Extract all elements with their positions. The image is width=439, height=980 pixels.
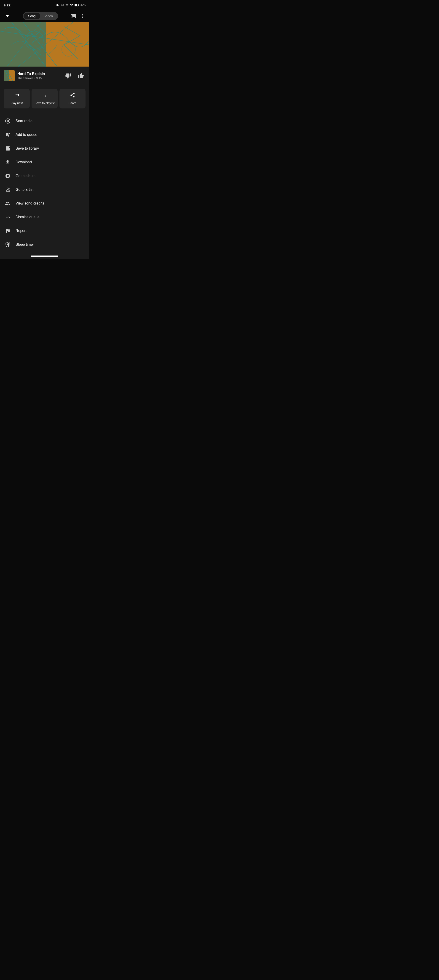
view-song-credits-label: View song credits xyxy=(16,201,44,205)
key-icon xyxy=(56,3,59,6)
svg-marker-16 xyxy=(18,94,19,96)
go-to-album-label: Go to album xyxy=(16,174,35,178)
download-icon xyxy=(5,159,11,165)
add-to-queue-item[interactable]: Add to queue xyxy=(0,128,89,142)
thumbs-down-button[interactable] xyxy=(63,71,73,80)
thumbs-up-button[interactable] xyxy=(76,71,86,80)
save-to-library-item[interactable]: Save to library xyxy=(0,142,89,155)
go-to-artist-item[interactable]: Go to artist xyxy=(0,183,89,197)
cast-button[interactable] xyxy=(70,13,76,19)
download-item[interactable]: Download xyxy=(0,155,89,169)
svg-point-18 xyxy=(7,121,8,122)
library-icon xyxy=(5,145,11,152)
artist-icon xyxy=(5,186,11,193)
queue-icon xyxy=(5,132,11,138)
battery-percent: 62% xyxy=(81,4,86,6)
song-text-info: Hard To Explain The Strokes • 3:45 xyxy=(17,72,45,80)
song-toggle-button[interactable]: Song xyxy=(24,13,40,19)
download-label: Download xyxy=(16,160,32,164)
svg-rect-13 xyxy=(4,70,9,81)
menu-list: Start radio Add to queue Save to library… xyxy=(0,112,89,253)
go-to-artist-label: Go to artist xyxy=(16,188,33,192)
song-title: Hard To Explain xyxy=(17,72,45,76)
svg-rect-1 xyxy=(75,4,77,6)
sleep-timer-item[interactable]: Sleep timer xyxy=(0,238,89,251)
song-info-row: Hard To Explain The Strokes • 3:45 xyxy=(0,67,89,85)
report-item[interactable]: Report xyxy=(0,224,89,238)
radio-icon xyxy=(5,118,11,124)
view-song-credits-item[interactable]: View song credits xyxy=(0,197,89,210)
add-to-queue-label: Add to queue xyxy=(16,133,37,137)
top-bar-actions xyxy=(70,13,86,19)
mute-icon xyxy=(61,3,64,6)
song-rating-actions xyxy=(63,71,86,80)
go-to-album-item[interactable]: Go to album xyxy=(0,169,89,183)
thumbnail-art xyxy=(4,70,14,81)
save-to-playlist-button[interactable]: Save to playlist xyxy=(32,89,58,108)
song-thumbnail xyxy=(4,70,14,81)
bottom-sheet: Hard To Explain The Strokes • 3:45 Play … xyxy=(0,67,89,253)
dismiss-queue-icon xyxy=(5,214,11,220)
home-indicator xyxy=(0,253,89,259)
status-icons: 62% xyxy=(56,3,86,6)
song-artist-duration: The Strokes • 3:45 xyxy=(17,76,45,80)
wifi-icon xyxy=(65,3,68,6)
svg-rect-4 xyxy=(0,22,46,67)
share-button[interactable]: Share xyxy=(59,89,86,108)
status-time: 9:22 xyxy=(4,3,11,7)
sleep-timer-label: Sleep timer xyxy=(16,242,34,247)
sleep-timer-icon xyxy=(5,241,11,248)
save-to-library-label: Save to library xyxy=(16,146,39,151)
chevron-down-icon xyxy=(5,15,9,17)
start-radio-item[interactable]: Start radio xyxy=(0,114,89,128)
video-toggle-button[interactable]: Video xyxy=(40,13,58,19)
album-icon xyxy=(5,173,11,179)
more-options-button[interactable] xyxy=(79,13,86,19)
svg-rect-2 xyxy=(78,5,79,6)
battery-icon xyxy=(74,3,79,6)
status-bar: 9:22 62% xyxy=(0,0,89,10)
song-video-toggle[interactable]: Song Video xyxy=(23,12,58,20)
report-label: Report xyxy=(16,229,27,233)
add-to-playlist-icon xyxy=(42,92,48,99)
play-next-icon xyxy=(14,92,19,99)
signal-icon xyxy=(70,3,73,6)
credits-icon xyxy=(5,200,11,207)
share-icon xyxy=(70,92,75,99)
play-next-button[interactable]: Play next xyxy=(4,89,30,108)
dismiss-queue-label: Dismiss queue xyxy=(16,215,40,219)
start-radio-label: Start radio xyxy=(16,119,32,123)
flag-icon xyxy=(5,228,11,234)
save-to-playlist-label: Save to playlist xyxy=(35,101,54,105)
album-art xyxy=(0,22,89,67)
home-bar xyxy=(31,256,58,257)
album-art-decoration xyxy=(0,22,89,67)
play-next-label: Play next xyxy=(11,101,23,105)
collapse-button[interactable] xyxy=(4,12,11,20)
quick-actions-row: Play next Save to playlist Share xyxy=(0,85,89,112)
top-bar: Song Video xyxy=(0,10,89,22)
share-label: Share xyxy=(68,101,77,105)
dismiss-queue-item[interactable]: Dismiss queue xyxy=(0,210,89,224)
